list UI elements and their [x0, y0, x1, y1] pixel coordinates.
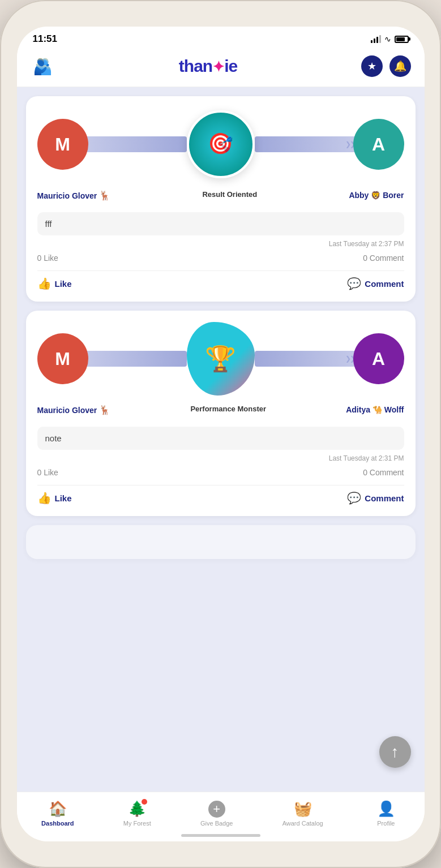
award-icon: ★ — [367, 60, 376, 72]
like-button[interactable]: 👍 Like — [37, 277, 72, 290]
stats-row-2: 0 Like 0 Comment — [37, 468, 404, 477]
my-forest-icon: 🌲 — [128, 800, 146, 818]
receiver-info-2: Aditya 🐪 Wolff — [346, 405, 404, 415]
sender-name: Mauricio Glover 🦌 — [37, 190, 111, 202]
likes-count: 0 Like — [37, 253, 58, 263]
note-text: fff — [37, 212, 404, 235]
nav-item-my-forest[interactable]: 🌲 My Forest — [114, 797, 160, 830]
app-logo: than✦ie — [179, 57, 237, 76]
receiver-avatar[interactable]: A — [353, 119, 404, 170]
comments-count-2: 0 Comment — [363, 468, 404, 477]
status-time: 11:51 — [33, 33, 57, 45]
sender-info-2: Mauricio Glover 🦌 — [37, 405, 111, 416]
app-header: 🫂 than✦ie ★ 🔔 — [17, 49, 425, 87]
sender-info: Mauricio Glover 🦌 — [37, 190, 111, 202]
sender-avatar-2[interactable]: M — [37, 333, 88, 384]
connector-right — [255, 136, 359, 152]
feed-card-3 — [26, 525, 416, 559]
sender-initial-2: M — [55, 349, 70, 369]
profile-icon: 👤 — [377, 800, 395, 818]
header-right-icons: ★ 🔔 — [361, 55, 411, 77]
users-row: Mauricio Glover 🦌 Result Oriented Abby 🦁… — [37, 190, 404, 205]
comment-icon: 💬 — [347, 277, 361, 290]
status-bar: 11:51 ∿ — [17, 27, 425, 49]
feed-card: M 🎯 A Mauricio Glover 🦌 — [26, 96, 416, 302]
profile-label: Profile — [377, 820, 395, 827]
like-button-2[interactable]: 👍 Like — [37, 491, 72, 505]
comment-button-2[interactable]: 💬 Comment — [347, 491, 404, 505]
badge-label: Result Oriented — [202, 190, 257, 199]
people-icon-btn[interactable]: 🫂 — [31, 54, 55, 79]
phone-screen: 11:51 ∿ 🫂 than✦ie ★ — [17, 27, 425, 841]
thumbs-up-icon: 👍 — [37, 277, 52, 290]
battery-icon — [395, 36, 409, 43]
nav-item-dashboard[interactable]: 🏠 Dashboard — [32, 797, 83, 830]
sender-initial: M — [55, 134, 70, 155]
badge-icon: 🎯 — [208, 132, 233, 156]
sender-name-2: Mauricio Glover 🦌 — [37, 405, 111, 416]
receiver-name-2: Aditya 🐪 Wolff — [346, 405, 404, 415]
connector-right-2 — [255, 351, 359, 367]
timestamp-2: Last Tuesday at 2:31 PM — [37, 454, 404, 462]
dashboard-icon: 🏠 — [49, 800, 67, 818]
award-catalog-icon: 🧺 — [294, 800, 312, 818]
badge-label-2: Performance Monster — [190, 405, 266, 413]
feed-card-2: M 🏆 A Mauricio Glover 🦌 — [26, 311, 416, 516]
receiver-name: Abby 🦁 Borer — [349, 190, 404, 200]
divider-2 — [37, 485, 404, 485]
connector-left — [83, 136, 187, 152]
give-badge-label: Give Badge — [200, 820, 233, 827]
comment-label-2: Comment — [365, 493, 404, 503]
comments-count: 0 Comment — [363, 253, 404, 263]
home-indicator — [181, 834, 260, 837]
connector-left-2 — [83, 351, 187, 367]
receiver-info: Abby 🦁 Borer — [349, 190, 404, 200]
arrow-up-icon: ↑ — [391, 743, 399, 761]
users-row-2: Mauricio Glover 🦌 Performance Monster Ad… — [37, 405, 404, 420]
likes-count-2: 0 Like — [37, 468, 58, 477]
badge-section-2: M 🏆 A — [37, 322, 404, 396]
nav-item-profile[interactable]: 👤 Profile — [363, 797, 409, 830]
comment-label: Comment — [365, 279, 404, 289]
status-icons: ∿ — [371, 35, 409, 44]
comment-button[interactable]: 💬 Comment — [347, 277, 404, 290]
wifi-icon: ∿ — [384, 35, 391, 44]
give-badge-icon: + — [208, 801, 225, 818]
timestamp: Last Tuesday at 2:37 PM — [37, 240, 404, 248]
bell-icon-btn[interactable]: 🔔 — [389, 55, 411, 77]
thumbs-up-icon-2: 👍 — [37, 491, 52, 505]
receiver-initial-2: A — [372, 349, 385, 369]
note-text-2: note — [37, 427, 404, 450]
like-label-2: Like — [55, 493, 72, 503]
nav-item-award-catalog[interactable]: 🧺 Award Catalog — [273, 797, 332, 830]
feed-scroll[interactable]: M 🎯 A Mauricio Glover 🦌 — [17, 87, 425, 792]
receiver-avatar-2[interactable]: A — [353, 333, 404, 384]
sender-avatar[interactable]: M — [37, 119, 88, 170]
signal-icon — [371, 35, 381, 43]
divider — [37, 270, 404, 271]
receiver-initial: A — [372, 134, 385, 155]
bell-icon: 🔔 — [394, 60, 406, 72]
award-icon-btn[interactable]: ★ — [361, 55, 383, 77]
actions-row-2: 👍 Like 💬 Comment — [37, 491, 404, 505]
nav-item-give-badge[interactable]: + Give Badge — [191, 797, 242, 830]
badge-section: M 🎯 A — [37, 108, 404, 181]
notification-dot — [142, 799, 147, 805]
trophy-icon: 🏆 — [205, 344, 236, 373]
badge-circle-result[interactable]: 🎯 — [187, 110, 255, 178]
actions-row: 👍 Like 💬 Comment — [37, 277, 404, 290]
like-label: Like — [55, 279, 72, 289]
my-forest-label: My Forest — [123, 820, 151, 827]
stats-row: 0 Like 0 Comment — [37, 253, 404, 263]
phone-frame: 11:51 ∿ 🫂 than✦ie ★ — [0, 0, 441, 868]
badge-blob[interactable]: 🏆 — [187, 322, 255, 396]
scroll-top-fab[interactable]: ↑ — [379, 736, 411, 768]
comment-icon-2: 💬 — [347, 491, 361, 505]
award-catalog-label: Award Catalog — [282, 820, 323, 827]
dashboard-label: Dashboard — [41, 820, 74, 827]
people-icon: 🫂 — [33, 57, 53, 76]
